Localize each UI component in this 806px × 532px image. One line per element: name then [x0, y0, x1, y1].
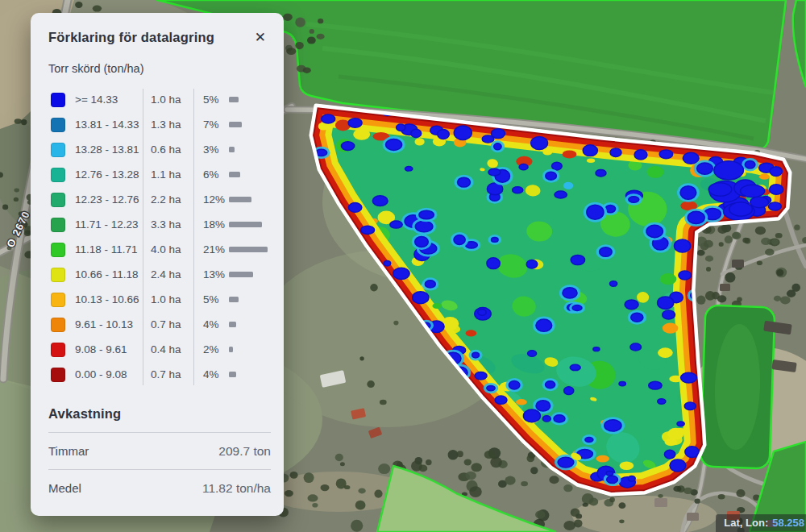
legend-color-swatch: [51, 243, 65, 257]
app-window: O 2670 Lat, Lon:58.258 Förklaring för da…: [0, 0, 806, 532]
close-button[interactable]: ✕: [248, 29, 272, 46]
legend-area-value: 0.7 ha: [143, 368, 193, 380]
column-divider: [143, 89, 143, 385]
legend-percent-bar: [229, 272, 253, 277]
legend-percent-bar: [229, 222, 262, 227]
legend-color-swatch: [51, 318, 65, 332]
legend-percent-value: 21%: [193, 243, 229, 256]
legend-percent-value: 5%: [193, 94, 229, 106]
yield-summary: Avkastning Timmar209.7 tonMedel11.82 ton…: [48, 387, 271, 506]
legend-row[interactable]: 12.76 - 13.281.1 ha6%: [31, 162, 284, 187]
coords-label: Lat, Lon:: [724, 517, 768, 529]
legend-range-label: 11.71 - 12.23: [75, 218, 143, 231]
legend-range-label: 13.28 - 13.81: [75, 143, 143, 156]
legend-color-swatch: [51, 93, 65, 107]
legend-row[interactable]: 10.66 - 11.182.4 ha13%: [31, 262, 284, 287]
legend-color-swatch: [51, 168, 65, 182]
legend-row[interactable]: 12.23 - 12.762.2 ha12%: [31, 187, 284, 212]
legend-percent-bar: [229, 172, 240, 177]
legend-range-label: 13.81 - 14.33: [75, 118, 143, 131]
legend-area-value: 3.3 ha: [143, 218, 193, 231]
legend-percent-bar: [229, 97, 239, 102]
legend-percent-value: 18%: [193, 218, 229, 231]
column-divider: [193, 89, 194, 385]
legend-area-value: 1.3 ha: [143, 118, 193, 131]
legend-color-swatch: [51, 293, 65, 307]
legend-area-value: 0.4 ha: [143, 343, 193, 355]
legend-color-swatch: [51, 118, 65, 132]
legend-range-label: 10.66 - 11.18: [75, 268, 143, 281]
panel-header: Förklaring för datalagring ✕: [31, 13, 284, 46]
legend-subtitle: Torr skörd (ton/ha): [48, 62, 284, 75]
legend-row[interactable]: 9.61 - 10.130.7 ha4%: [31, 312, 284, 337]
legend-panel: Förklaring för datalagring ✕ Torr skörd …: [31, 13, 284, 516]
legend-percent-value: 5%: [193, 293, 229, 305]
legend-percent-bar: [229, 347, 233, 352]
legend-percent-value: 2%: [193, 343, 229, 355]
coords-overlay: Lat, Lon:58.258: [716, 514, 806, 532]
legend-row[interactable]: 11.18 - 11.714.0 ha21%: [31, 237, 284, 262]
legend-range-label: 11.18 - 11.71: [75, 243, 143, 256]
legend-color-swatch: [51, 268, 65, 282]
legend-area-value: 4.0 ha: [143, 243, 193, 256]
legend-percent-value: 3%: [193, 143, 229, 156]
legend-percent-bar: [229, 372, 236, 377]
legend-range-label: >= 14.33: [75, 94, 143, 106]
legend-area-value: 1.1 ha: [143, 168, 193, 181]
legend-percent-value: 13%: [193, 268, 229, 281]
summary-row: Medel11.82 ton/ha: [48, 470, 271, 506]
summary-label: Medel: [48, 481, 81, 495]
legend-row[interactable]: 13.81 - 14.331.3 ha7%: [31, 112, 284, 137]
legend-row[interactable]: >= 14.331.0 ha5%: [31, 87, 284, 112]
legend-color-swatch: [51, 343, 65, 357]
legend-area-value: 2.4 ha: [143, 268, 193, 281]
legend-percent-bar: [229, 297, 239, 302]
legend-area-value: 2.2 ha: [143, 193, 193, 206]
legend-percent-value: 12%: [193, 193, 229, 206]
legend-percent-value: 6%: [193, 168, 229, 181]
legend-area-value: 0.6 ha: [143, 143, 193, 156]
legend-percent-bar: [229, 322, 236, 327]
legend-percent-value: 7%: [193, 118, 229, 131]
summary-row: Timmar209.7 ton: [48, 433, 271, 470]
summary-label: Timmar: [48, 444, 89, 458]
legend-range-label: 9.08 - 9.61: [75, 343, 143, 355]
legend-range-label: 12.76 - 13.28: [75, 168, 143, 181]
legend-row[interactable]: 9.08 - 9.610.4 ha2%: [31, 337, 284, 362]
legend-color-swatch: [51, 368, 65, 382]
legend-row[interactable]: 13.28 - 13.810.6 ha3%: [31, 137, 284, 162]
summary-value: 209.7 ton: [218, 444, 271, 459]
legend-percent-value: 4%: [193, 318, 229, 330]
legend-color-swatch: [51, 143, 65, 157]
legend-color-swatch: [51, 218, 65, 232]
legend-row[interactable]: 10.13 - 10.661.0 ha5%: [31, 287, 284, 312]
legend-percent-bar: [229, 247, 268, 252]
legend-area-value: 1.0 ha: [143, 94, 193, 106]
legend-table: >= 14.331.0 ha5%13.81 - 14.331.3 ha7%13.…: [31, 87, 284, 387]
legend-color-swatch: [51, 193, 65, 207]
legend-area-value: 0.7 ha: [143, 318, 193, 330]
legend-area-value: 1.0 ha: [143, 293, 193, 305]
legend-row[interactable]: 11.71 - 12.233.3 ha18%: [31, 212, 284, 237]
legend-row[interactable]: 0.00 - 9.080.7 ha4%: [31, 362, 284, 387]
legend-range-label: 12.23 - 12.76: [75, 193, 143, 206]
legend-range-label: 10.13 - 10.66: [75, 293, 143, 305]
legend-percent-bar: [229, 122, 242, 127]
panel-title: Förklaring för datalagring: [48, 30, 214, 45]
legend-range-label: 0.00 - 9.08: [75, 368, 143, 380]
legend-range-label: 9.61 - 10.13: [75, 318, 143, 330]
summary-title: Avkastning: [48, 387, 271, 433]
legend-percent-value: 4%: [193, 368, 229, 380]
coords-value: 58.258: [772, 517, 804, 529]
legend-percent-bar: [229, 147, 235, 152]
summary-value: 11.82 ton/ha: [202, 481, 271, 496]
legend-percent-bar: [229, 197, 251, 202]
